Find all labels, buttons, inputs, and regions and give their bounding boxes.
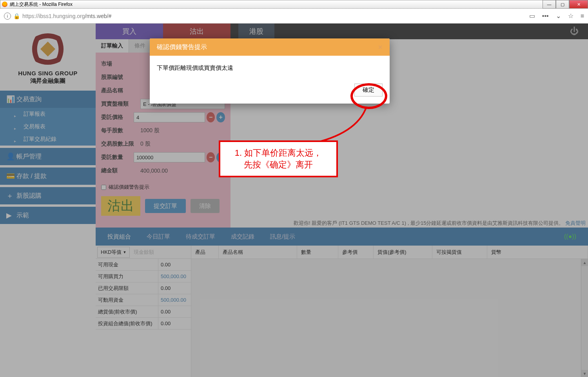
firefox-icon — [2, 2, 7, 7]
more-icon[interactable]: ••• — [542, 13, 549, 20]
modal-overlay-sidebar — [0, 24, 96, 377]
modal-title: 確認價錢警告提示 — [157, 43, 207, 51]
modal-close-icon[interactable]: × — [378, 43, 383, 52]
pocket-icon[interactable]: ⌄ — [556, 12, 561, 20]
window-maximize[interactable]: ▢ — [556, 0, 569, 9]
reader-icon[interactable]: ▭ — [529, 12, 535, 20]
lock-icon: 🔒 — [13, 13, 20, 19]
window-minimize[interactable]: — — [543, 0, 556, 9]
window-buttons: — ▢ ✕ — [543, 0, 588, 9]
modal-ok-button[interactable]: 確定 — [354, 84, 383, 97]
bookmark-icon[interactable]: ☆ — [568, 12, 573, 20]
browser-toolbar-icons: ▭ ••• ⌄ ☆ ≡ — [529, 12, 584, 20]
window-close[interactable]: ✕ — [569, 0, 588, 9]
url-host: https://ibss1.hungsing.org — [22, 13, 85, 19]
url-path: /mts.web/# — [85, 13, 112, 19]
url-bar[interactable]: i 🔒 https://ibss1.hungsing.org/mts.web/#… — [0, 9, 588, 24]
window-titlebar: 網上交易系统 - Mozilla Firefox — ▢ ✕ — [0, 0, 588, 9]
window-title: 網上交易系统 - Mozilla Firefox — [10, 1, 73, 8]
site-info-icon[interactable]: i — [4, 13, 11, 20]
menu-icon[interactable]: ≡ — [581, 13, 584, 20]
modal-body: 下單價距離現價或買賣價太遠 — [150, 56, 390, 84]
price-warning-modal: 確認價錢警告提示 × 下單價距離現價或買賣價太遠 確定 — [150, 38, 390, 104]
